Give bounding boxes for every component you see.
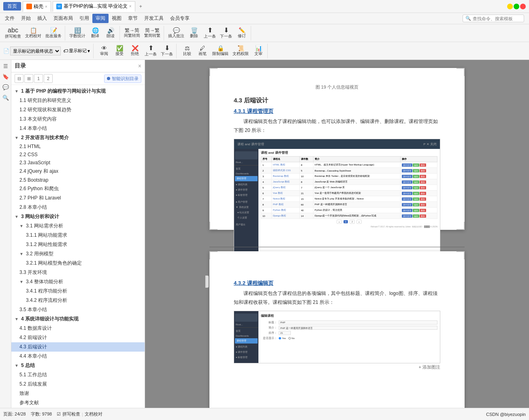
spell-status[interactable]: ☑ 拼写检查 | 文档校对 (57, 411, 102, 417)
toc-item-4-2[interactable]: 4.2 前端设计 (11, 333, 145, 342)
toc-item-2-3[interactable]: 2.3 JavaScript (11, 159, 145, 167)
toc-item-4-4[interactable]: 4.4 本章小结 (11, 352, 145, 361)
toc-item-3-3[interactable]: 3.3 开发环境 (11, 268, 145, 277)
maximize-btn[interactable] (514, 4, 519, 9)
toc-item-1-1[interactable]: 1.1 研究目的和研究意义 (11, 96, 145, 105)
page-corner-br (456, 222, 465, 230)
menu-reference[interactable]: 引用 (76, 14, 92, 23)
tab-add-button[interactable]: + (137, 3, 145, 10)
word-count-btn[interactable]: 🔢 字数统计 (68, 27, 87, 40)
toc-item-3-1[interactable]: ▼ 3.1 网站需求分析 (11, 221, 145, 231)
restrict-edit-btn[interactable]: 🔒 限制编辑 (211, 45, 230, 57)
page-info: 页面: 24/28 (3, 411, 26, 417)
ai-recognize-btn[interactable]: 智能识别目录 (104, 74, 141, 83)
toc-level2[interactable]: 2 (44, 74, 53, 83)
toc-item-2-6[interactable]: 2.6 Python 和爬虫 (11, 184, 145, 193)
next-comment-btn[interactable]: ⬇ 下一条 (218, 26, 234, 40)
search-panel-icon[interactable]: 🔍 (1, 93, 10, 102)
compare-btn[interactable]: ⚖ 比较 (180, 45, 194, 57)
toc-item-1[interactable]: ▼ 1 基于 PHP 的编程学习网站设计与实现 (11, 87, 145, 96)
toc-item-3-4-2[interactable]: 3.4.2 程序流程分析 (11, 296, 145, 305)
doc-review-btn[interactable]: 📊 文审 (251, 45, 266, 57)
toc-item-5-2[interactable]: 5.2 后续发展 (11, 380, 145, 389)
spell-check-btn[interactable]: abc 拼写检查 (3, 26, 23, 40)
toc-item-4-1[interactable]: 4.1 数据库设计 (11, 324, 145, 333)
menu-start[interactable]: 开始 (18, 14, 34, 23)
search-input[interactable] (473, 16, 521, 21)
menu-layout[interactable]: 页面布局 (50, 14, 76, 23)
menu-dev[interactable]: 开发工具 (141, 14, 167, 23)
nav-icon[interactable]: ☰ (1, 62, 10, 70)
toc-item-1-3[interactable]: 1.3 本文研究内容 (11, 115, 145, 124)
toc-level1[interactable]: 1 (34, 74, 43, 83)
paint-btn[interactable]: 🖊 画笔 (195, 45, 210, 57)
minimize-btn[interactable] (507, 4, 513, 9)
toc-item-3-4-1[interactable]: 3.4.1 程序功能分析 (11, 286, 145, 296)
toc-item-4-3[interactable]: 4.3 后端设计 (11, 342, 145, 352)
insert-comment-btn[interactable]: 💬 插入批注 (166, 27, 186, 40)
toc-item-2-1[interactable]: 2.1 HTML (11, 142, 145, 151)
delete-comment-btn[interactable]: 🗑️ 删除 (187, 27, 201, 40)
window-controls (507, 4, 526, 9)
toc-item-2[interactable]: ▼ 2 开发语言与技术简介 (11, 133, 145, 142)
jian-to-fan-btn[interactable]: 繁→简 间繁转简 (122, 27, 142, 39)
menu-file[interactable]: 文件 (2, 14, 18, 23)
prev-comment-btn[interactable]: ⬆ 上一条 (202, 26, 218, 40)
title-bar: 首页 稿壳 × W 基于PHP的编...实现 毕业论文 × + (0, 0, 529, 13)
sidebar-close-btn[interactable]: × (138, 63, 141, 69)
prev-change-btn[interactable]: ⬆ 上一条 (143, 44, 158, 58)
toc-item-3[interactable]: ▼ 3 网站分析和设计 (11, 212, 145, 221)
menu-review[interactable]: 审阅 (92, 14, 109, 23)
toc-item-1-2[interactable]: 1.2 研究现状和发展趋势 (11, 105, 145, 115)
menu-vip[interactable]: 会员专享 (167, 14, 193, 23)
toc-expand-all[interactable]: ⊞ (24, 74, 33, 83)
toc-item-3-1-1[interactable]: 3.1.1 网站功能需求 (11, 231, 145, 240)
tab-doc[interactable]: W 基于PHP的编...实现 毕业论文 × (53, 1, 135, 12)
show-marks-btn[interactable]: 🏷 显示标记 ▾ (62, 48, 92, 54)
toc-item-2-7[interactable]: 2.7 PHP 和 Laravel (11, 193, 145, 203)
review-btn[interactable]: 👁 审阅 (97, 45, 111, 57)
toc-item-thanks[interactable]: 致谢 (11, 389, 145, 398)
tab-doc-close[interactable]: × (129, 4, 132, 8)
toc-item-2-2[interactable]: 2.2 CSS (11, 151, 145, 159)
tab-gaoke[interactable]: 稿壳 × (23, 1, 51, 12)
fan-to-jian-btn[interactable]: 简→繁 繁简转繁 (143, 27, 162, 39)
display-mode-select[interactable]: 显示标记的最终状态 (10, 47, 61, 55)
batch-service-btn[interactable]: 📝 批改服务 (44, 27, 63, 40)
translate-btn[interactable]: 🌐 翻译 (88, 27, 102, 40)
toc-item-3-2-1[interactable]: 3.2.1 网站模型角色的确定 (11, 259, 145, 268)
read-aloud-btn[interactable]: 🔊 朗读 (103, 27, 118, 40)
menu-chapter[interactable]: 章节 (125, 14, 141, 23)
display-mode-dropdown[interactable]: 📄 显示标记的最终状态 (3, 47, 61, 55)
next-change-btn[interactable]: ⬇ 下一条 (159, 44, 175, 58)
delete-comment-icon: 🗑️ (191, 28, 198, 33)
modify-btn[interactable]: ✏️ 修订 (235, 27, 249, 40)
toc-item-3-2[interactable]: ▼ 3.2 用例模型 (11, 249, 145, 259)
toc-item-3-1-2[interactable]: 3.1.2 网站性能需求 (11, 240, 145, 249)
menu-insert[interactable]: 插入 (34, 14, 50, 23)
reject-btn[interactable]: ❌ 拒绝 (128, 45, 142, 57)
close-btn[interactable] (520, 4, 526, 9)
toc-item-2-8[interactable]: 2.8 本章小结 (11, 203, 145, 212)
expand-icon-5: ▼ (15, 363, 19, 368)
toc-item-4[interactable]: ▼ 4 系统详细设计与功能实现 (11, 314, 145, 324)
toc-item-3-5[interactable]: 3.5 本章小结 (11, 305, 145, 314)
menu-view[interactable]: 视图 (109, 14, 125, 23)
toc-item-2-4[interactable]: 2.4 jQuery 和 ajax (11, 167, 145, 176)
doc-check-btn[interactable]: 📋 文档校对 (23, 27, 43, 40)
doc-rights-btn[interactable]: 📜 文档权限 (231, 45, 250, 57)
accept-btn[interactable]: ✅ 接受 (112, 45, 127, 57)
sidebar-toolbar-left: ⊟ ⊞ 1 2 (15, 74, 53, 83)
tab-gaoke-close[interactable]: × (45, 4, 47, 9)
toc-item-2-5[interactable]: 2.5 Bootstrap (11, 176, 145, 184)
comment-panel-icon[interactable]: 💬 (1, 83, 10, 91)
toc-item-1-4[interactable]: 1.4 本章小结 (11, 124, 145, 133)
toc-item-references[interactable]: 参考文献 (11, 398, 145, 407)
sidebar-title: 目录 (15, 62, 26, 70)
toc-item-5-1[interactable]: 5.1 工作总结 (11, 370, 145, 380)
toc-item-3-4[interactable]: ▼ 3.4 整体功能分析 (11, 277, 145, 286)
toc-collapse-all[interactable]: ⊟ (15, 74, 23, 83)
toc-item-5[interactable]: ▼ 5 总结 (11, 361, 145, 370)
bookmark-icon[interactable]: 🔖 (1, 72, 10, 81)
home-tab[interactable]: 首页 (3, 2, 21, 11)
